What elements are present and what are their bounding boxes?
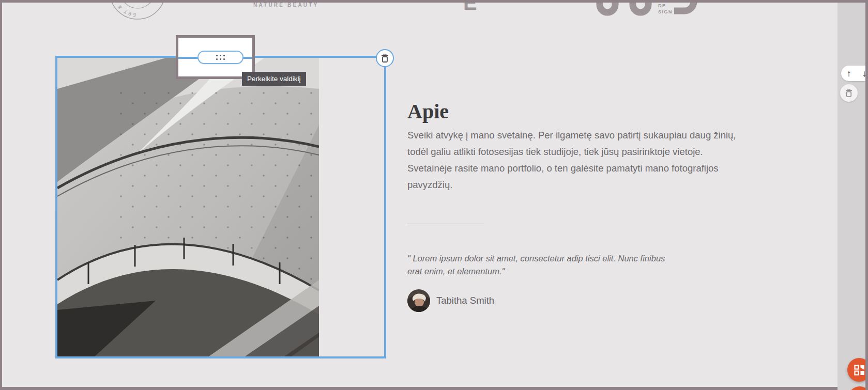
svg-text:816 · SWEET & B: 816 · SWEET & B — [104, 3, 136, 18]
author-name: Tabitha Smith — [436, 289, 494, 312]
quote-line: erat enim, et elementum." — [407, 265, 687, 278]
quote-line: " Lorem ipsum dolor sit amet, consectetu… — [407, 252, 687, 265]
trash-icon — [845, 89, 852, 97]
stamp-logo: 816 · SWEET & B — [104, 3, 171, 21]
design-logo-top-text: DE — [658, 3, 666, 8]
move-up-button[interactable]: ↑ — [841, 68, 857, 79]
drag-handle[interactable] — [197, 51, 243, 64]
frame-left — [0, 3, 2, 390]
paragraph-line: pavyzdžių. — [407, 177, 749, 193]
frame-right — [865, 0, 868, 390]
delete-widget-button[interactable] — [376, 49, 394, 67]
frame-bottom — [0, 387, 837, 390]
section-divider — [407, 224, 484, 224]
frame-top — [0, 0, 865, 3]
about-paragraph[interactable]: Sveiki atvykę į mano svetainę. Per ilgam… — [407, 127, 749, 193]
testimonial-quote[interactable]: " Lorem ipsum dolor sit amet, consectetu… — [407, 252, 687, 278]
nature-beauty-logo: NATURE BEAUTY — [253, 2, 318, 8]
paragraph-line: todėl galiu atlikti fotosesijas tiek stu… — [407, 144, 749, 160]
paragraph-line: Sveiki atvykę į mano svetainę. Per ilgam… — [407, 127, 749, 144]
delete-section-button[interactable] — [840, 84, 858, 102]
editor-gutter — [837, 3, 865, 390]
author-avatar[interactable] — [407, 289, 430, 312]
design-logo: DE SIGN — [592, 3, 701, 19]
widgets-icon — [854, 365, 865, 376]
section-move-controls: ↑ ↓ — [841, 66, 868, 81]
widget-selection-border[interactable] — [55, 56, 386, 358]
move-tooltip: Perkelkite valdiklį — [242, 72, 306, 86]
stamp-arc-text: 816 · SWEET & B — [104, 3, 136, 18]
paragraph-line: Svetainėje rasite mano portfolio, o ten … — [407, 160, 749, 177]
trash-icon — [381, 54, 389, 63]
drag-dots-icon — [216, 55, 225, 60]
editor-canvas: 816 · SWEET & B NATURE BEAUTY E DE SIGN — [0, 0, 868, 390]
add-widgets-button[interactable] — [847, 358, 868, 382]
design-logo-bottom-text: SIGN — [658, 9, 673, 14]
about-heading[interactable]: Apie — [407, 99, 449, 123]
